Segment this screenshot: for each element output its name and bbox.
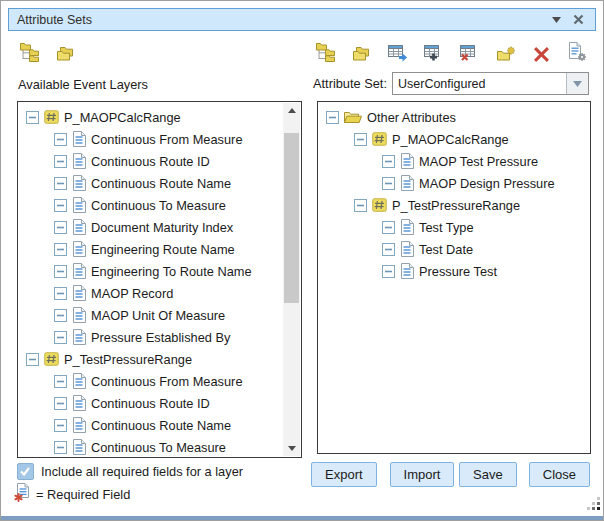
save-button[interactable]: Save (459, 462, 517, 487)
folder-new-icon[interactable] (495, 40, 516, 62)
field-icon (72, 197, 86, 213)
attribute-set-row: Attribute Set: UserConfigured (313, 72, 589, 95)
vertical-scrollbar[interactable] (283, 103, 300, 456)
scroll-down-icon[interactable] (283, 441, 300, 456)
tree-folders-icon[interactable] (315, 40, 336, 62)
tree-item-document-maturity-index[interactable]: Document Maturity Index (19, 216, 282, 238)
collapse-toggle-icon[interactable] (326, 111, 339, 124)
collapse-toggle-icon[interactable] (54, 331, 67, 344)
tree-item-continuous-route-name[interactable]: Continuous Route Name (19, 414, 282, 436)
collapse-toggle-icon[interactable] (54, 155, 67, 168)
tree-item-p-maopcalcrange[interactable]: P_MAOPCalcRange (19, 106, 282, 128)
collapse-toggle-icon[interactable] (54, 419, 67, 432)
tree-item-continuous-from-measure[interactable]: Continuous From Measure (19, 370, 282, 392)
layer-icon (44, 110, 59, 124)
collapse-toggle-icon[interactable] (382, 243, 395, 256)
collapse-toggle-icon[interactable] (54, 397, 67, 410)
collapse-toggle-icon[interactable] (382, 221, 395, 234)
tree-item-label: Continuous Route Name (91, 418, 231, 433)
tree-item-label: Continuous Route Name (91, 176, 231, 191)
collapse-toggle-icon[interactable] (26, 111, 39, 124)
close-icon[interactable] (570, 11, 587, 28)
tree-item-maop-design-pressure[interactable]: MAOP Design Pressure (319, 172, 589, 194)
tree-item-continuous-from-measure[interactable]: Continuous From Measure (19, 128, 282, 150)
folders-icon[interactable] (55, 40, 76, 62)
tree-item-continuous-route-id[interactable]: Continuous Route ID (19, 392, 282, 414)
folders-icon[interactable] (351, 40, 372, 62)
field-icon (72, 329, 86, 345)
collapse-toggle-icon[interactable] (54, 441, 67, 454)
dropdown-arrow-icon[interactable] (566, 73, 588, 94)
export-button[interactable]: Export (311, 462, 377, 487)
doc-gear-icon[interactable] (567, 40, 588, 62)
tree-item-engineering-to-route-name[interactable]: Engineering To Route Name (19, 260, 282, 282)
delete-x-icon[interactable] (531, 40, 552, 62)
attribute-set-panel: Other AttributesP_MAOPCalcRangeMAOP Test… (317, 101, 591, 454)
attribute-sets-dialog: Attribute Sets Available Event Layers At… (0, 0, 604, 521)
resize-grip[interactable] (587, 496, 600, 514)
field-icon (72, 285, 86, 301)
field-icon (400, 219, 414, 235)
tree-item-label: P_MAOPCalcRange (392, 132, 509, 147)
field-icon (72, 175, 86, 191)
tree-item-label: Document Maturity Index (91, 220, 233, 235)
collapse-toggle-icon[interactable] (54, 199, 67, 212)
collapse-toggle-icon[interactable] (354, 133, 367, 146)
tree-item-continuous-to-measure[interactable]: Continuous To Measure (19, 194, 282, 216)
tree-item-p-maopcalcrange[interactable]: P_MAOPCalcRange (319, 128, 589, 150)
table-remove-icon[interactable] (459, 40, 480, 62)
collapse-toggle-icon[interactable] (54, 221, 67, 234)
tree-item-label: Continuous To Measure (91, 440, 226, 455)
tree-item-p-testpressurerange[interactable]: P_TestPressureRange (319, 194, 589, 216)
field-icon (72, 395, 86, 411)
tree-item-continuous-route-id[interactable]: Continuous Route ID (19, 150, 282, 172)
tree-item-continuous-route-name[interactable]: Continuous Route Name (19, 172, 282, 194)
attribute-set-dropdown[interactable]: UserConfigured (392, 72, 589, 95)
collapse-toggle-icon[interactable] (382, 155, 395, 168)
collapse-toggle-icon[interactable] (382, 265, 395, 278)
tree-item-label: Continuous From Measure (91, 374, 243, 389)
include-required-fields-label: Include all required fields for a layer (41, 464, 243, 479)
tree-folders-icon[interactable] (19, 40, 40, 62)
collapse-toggle-icon[interactable] (354, 199, 367, 212)
tree-item-test-type[interactable]: Test Type (319, 216, 589, 238)
table-add-icon[interactable] (423, 40, 444, 62)
attribute-set-value: UserConfigured (393, 73, 566, 94)
tree-item-engineering-route-name[interactable]: Engineering Route Name (19, 238, 282, 260)
scrollbar-thumb[interactable] (284, 133, 299, 303)
collapse-toggle-icon[interactable] (54, 375, 67, 388)
collapse-toggle-icon[interactable] (54, 133, 67, 146)
tree-item-maop-test-pressure[interactable]: MAOP Test Pressure (319, 150, 589, 172)
tree-item-label: MAOP Record (91, 286, 173, 301)
field-icon (72, 373, 86, 389)
collapse-toggle-icon[interactable] (54, 265, 67, 278)
scroll-up-icon[interactable] (283, 103, 300, 118)
field-icon (72, 439, 86, 455)
tree-item-continuous-to-measure[interactable]: Continuous To Measure (19, 436, 282, 456)
close-button[interactable]: Close (529, 462, 590, 487)
tree-item-p-testpressurerange[interactable]: P_TestPressureRange (19, 348, 282, 370)
tree-item-pressure-test[interactable]: Pressure Test (319, 260, 589, 282)
tree-item-maop-unit-of-measure[interactable]: MAOP Unit Of Measure (19, 304, 282, 326)
collapse-toggle-icon[interactable] (54, 287, 67, 300)
tree-item-test-date[interactable]: Test Date (319, 238, 589, 260)
include-required-fields-row: Include all required fields for a layer (17, 463, 243, 480)
import-button[interactable]: Import (390, 462, 455, 487)
available-event-layers-label: Available Event Layers (18, 77, 148, 92)
tree-item-label: Engineering Route Name (91, 242, 235, 257)
include-required-fields-checkbox[interactable] (17, 463, 34, 480)
tree-item-pressure-established-by[interactable]: Pressure Established By (19, 326, 282, 348)
collapse-toggle-icon[interactable] (26, 353, 39, 366)
tree-item-other-attributes[interactable]: Other Attributes (319, 106, 589, 128)
attribute-set-tree: Other AttributesP_MAOPCalcRangeMAOP Test… (319, 103, 589, 452)
table-export-icon[interactable] (387, 40, 408, 62)
dock-caret-icon[interactable] (548, 11, 565, 28)
collapse-toggle-icon[interactable] (54, 243, 67, 256)
required-field-icon (14, 483, 31, 506)
tree-item-maop-record[interactable]: MAOP Record (19, 282, 282, 304)
collapse-toggle-icon[interactable] (382, 177, 395, 190)
field-icon (400, 263, 414, 279)
collapse-toggle-icon[interactable] (54, 309, 67, 322)
tree-item-label: P_TestPressureRange (392, 198, 520, 213)
collapse-toggle-icon[interactable] (54, 177, 67, 190)
